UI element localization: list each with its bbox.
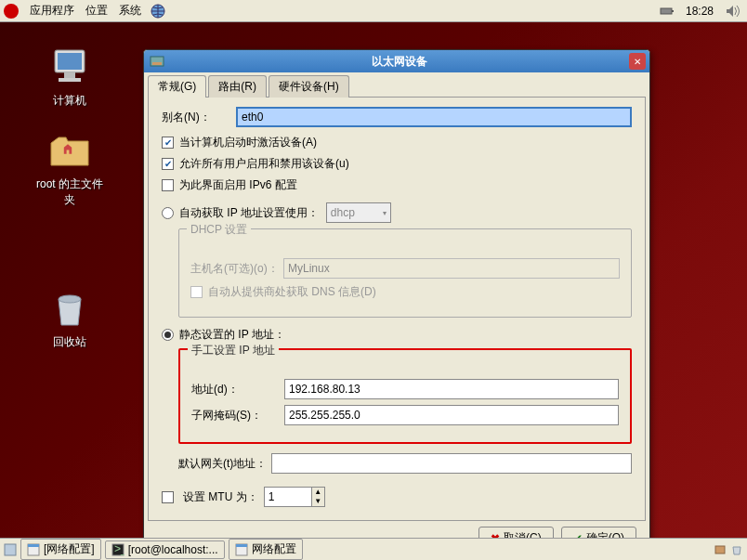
- redhat-logo-icon: [4, 4, 19, 19]
- bottom-taskbar: [网络配置] >_ [root@localhost:... 网络配置: [0, 538, 747, 560]
- radio-static[interactable]: [162, 329, 174, 341]
- radio-dhcp[interactable]: [162, 207, 174, 219]
- menu-places[interactable]: 位置: [80, 1, 113, 20]
- desktop: 计算机 root 的主文件夹 回收站 以太网设备 ✕ 常规(G) 路由(R) 硬…: [0, 22, 747, 538]
- checkbox-label: 允许所有用户启用和禁用该设备(u): [179, 156, 349, 172]
- tray-trash-icon[interactable]: [730, 543, 743, 556]
- spin-down-icon[interactable]: ▼: [311, 497, 324, 506]
- svg-point-7: [59, 295, 81, 303]
- radio-label: 自动获取 IP 地址设置使用：: [179, 205, 319, 221]
- svg-text:>_: >_: [114, 543, 124, 555]
- desktop-icon-home[interactable]: root 的主文件夹: [33, 124, 107, 212]
- taskbar-item-terminal[interactable]: >_ [root@localhost:...: [105, 540, 225, 559]
- desktop-icon-trash[interactable]: 回收站: [33, 282, 107, 354]
- dialog-titlebar[interactable]: 以太网设备 ✕: [144, 50, 649, 72]
- dhcp-mode-select: dhcp▾: [326, 202, 391, 223]
- spin-up-icon[interactable]: ▲: [311, 488, 324, 497]
- menu-applications[interactable]: 应用程序: [24, 1, 80, 20]
- checkbox-all-users[interactable]: [162, 158, 174, 170]
- checkbox-label: 为此界面启用 IPv6 配置: [179, 177, 297, 193]
- dhcp-host-label: 主机名(可选)(o)：: [190, 261, 283, 277]
- nic-icon: [150, 54, 164, 69]
- address-input[interactable]: [284, 379, 619, 399]
- address-label: 地址(d)：: [191, 382, 284, 397]
- checkbox-auto-dns: [190, 286, 203, 298]
- radio-label: 静态设置的 IP 地址：: [179, 327, 285, 343]
- taskbar-item-network-window[interactable]: 网络配置: [229, 539, 303, 560]
- desktop-icon-label: root 的主文件夹: [36, 176, 103, 208]
- browser-icon[interactable]: [151, 4, 165, 19]
- svg-rect-17: [715, 546, 725, 553]
- mtu-input[interactable]: [265, 488, 311, 506]
- menu-system[interactable]: 系统: [113, 1, 147, 20]
- svg-rect-1: [661, 8, 672, 14]
- desktop-icon-label: 回收站: [36, 334, 103, 350]
- show-desktop-icon[interactable]: [4, 543, 17, 556]
- tab-route[interactable]: 路由(R): [208, 75, 267, 98]
- svg-rect-10: [5, 544, 16, 555]
- desktop-icon-label: 计算机: [36, 93, 103, 109]
- group-legend: 手工设置 IP 地址: [188, 343, 279, 358]
- alias-input[interactable]: [236, 107, 632, 127]
- tab-bar: 常规(G) 路由(R) 硬件设备(H): [148, 74, 646, 97]
- mtu-spinner[interactable]: ▲▼: [264, 487, 325, 507]
- svg-rect-12: [28, 544, 39, 547]
- terminal-icon: >_: [111, 543, 124, 556]
- window-icon: [235, 543, 248, 556]
- clock[interactable]: 18:28: [686, 5, 714, 18]
- tab-general[interactable]: 常规(G): [148, 75, 206, 98]
- group-legend: DHCP 设置: [187, 222, 251, 238]
- tab-hardware[interactable]: 硬件设备(H): [269, 75, 349, 98]
- gateway-label: 默认网关(t)地址：: [178, 456, 271, 472]
- svg-rect-9: [152, 62, 162, 65]
- tray-icon[interactable]: [714, 543, 727, 556]
- alias-label: 别名(N)：: [162, 110, 236, 125]
- dialog-title: 以太网设备: [170, 54, 629, 70]
- volume-icon[interactable]: [725, 4, 740, 19]
- svg-rect-6: [59, 78, 81, 82]
- gateway-input[interactable]: [271, 453, 632, 474]
- top-panel: 应用程序 位置 系统 18:28: [0, 0, 747, 22]
- checkbox-mtu[interactable]: [162, 491, 174, 503]
- manual-ip-group: 手工设置 IP 地址 地址(d)： 子网掩码(S)：: [178, 348, 632, 444]
- netmask-input[interactable]: [284, 405, 619, 425]
- tab-panel-general: 别名(N)： 当计算机启动时激活设备(A) 允许所有用户启用和禁用该设备(u) …: [148, 97, 646, 521]
- checkbox-label: 当计算机启动时激活设备(A): [179, 135, 317, 150]
- svg-rect-16: [236, 544, 247, 547]
- mtu-label: 设置 MTU 为：: [183, 489, 258, 505]
- ethernet-device-dialog: 以太网设备 ✕ 常规(G) 路由(R) 硬件设备(H) 别名(N)： 当计算机启…: [143, 49, 650, 558]
- svg-rect-5: [64, 72, 75, 78]
- svg-rect-2: [672, 10, 674, 12]
- dhcp-host-input: [283, 258, 620, 279]
- checkbox-activate-on-boot[interactable]: [162, 137, 174, 149]
- close-button[interactable]: ✕: [629, 53, 646, 70]
- netmask-label: 子网掩码(S)：: [191, 408, 284, 423]
- window-icon: [27, 543, 40, 556]
- checkbox-ipv6[interactable]: [162, 179, 174, 191]
- battery-icon[interactable]: [660, 4, 675, 19]
- desktop-icon-computer[interactable]: 计算机: [33, 41, 107, 112]
- svg-rect-4: [58, 53, 82, 70]
- taskbar-item-network-config[interactable]: [网络配置]: [20, 539, 101, 560]
- checkbox-label: 自动从提供商处获取 DNS 信息(D): [208, 284, 376, 300]
- dhcp-settings-group: DHCP 设置 主机名(可选)(o)： 自动从提供商处获取 DNS 信息(D): [178, 228, 632, 318]
